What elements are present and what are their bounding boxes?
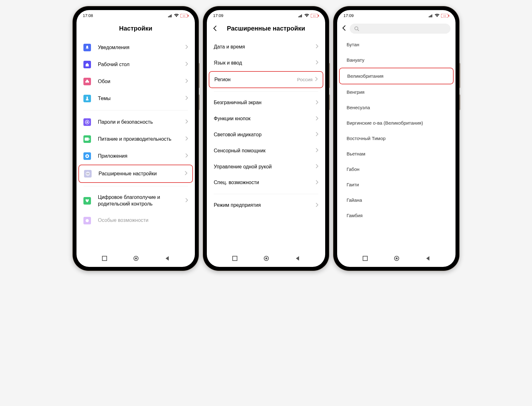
region-list[interactable]: БутанВануатуВеликобританияВенгрияВенесуэ… — [337, 37, 456, 251]
settings-row[interactable]: Сенсорный помощник — [209, 143, 323, 159]
svg-point-21 — [88, 173, 89, 174]
status-time: 17:09 — [213, 13, 224, 18]
status-bar: 17:09 11 — [337, 10, 456, 19]
settings-row[interactable]: Пароли и безопасность — [78, 114, 193, 131]
wifi-icon — [435, 14, 439, 17]
region-item[interactable]: Вьетнам — [339, 146, 454, 161]
svg-text:11: 11 — [183, 14, 185, 17]
settings-row[interactable]: Рабочий стол — [78, 56, 193, 73]
svg-point-20 — [88, 173, 88, 174]
settings-row[interactable]: Обои — [78, 73, 193, 90]
settings-row[interactable]: Безграничный экран — [209, 95, 323, 111]
settings-row[interactable]: Спец. возможности — [209, 175, 323, 191]
battery-icon: 11 — [441, 14, 449, 18]
row-label: Приложения — [98, 153, 185, 160]
svg-rect-37 — [430, 16, 430, 17]
svg-text:11: 11 — [313, 14, 316, 17]
nav-back-icon[interactable] — [165, 256, 169, 261]
settings-row[interactable]: Режим предприятия — [209, 197, 323, 213]
battery-icon: 11 — [311, 14, 319, 18]
row-label: Язык и ввод — [214, 60, 316, 66]
nav-recent-icon[interactable] — [363, 256, 368, 261]
region-item[interactable]: Гамбия — [339, 208, 454, 223]
row-label: Управление одной рукой — [214, 164, 316, 170]
settings-row[interactable]: Световой индикатор — [209, 127, 323, 143]
divider — [83, 110, 188, 110]
nav-home-icon[interactable] — [133, 256, 139, 261]
gear-icon — [83, 152, 91, 160]
svg-rect-29 — [301, 14, 302, 17]
svg-point-22 — [86, 219, 89, 222]
chevron-right-icon — [315, 77, 318, 82]
status-icons: 11 — [168, 14, 189, 18]
region-item[interactable]: Виргинские о-ва (Великобритания) — [339, 115, 454, 131]
settings-row[interactable]: Приложения — [78, 148, 193, 165]
status-icons: 11 — [429, 14, 449, 18]
settings-row[interactable]: Расширенные настройки — [78, 165, 193, 183]
phone-frame-1: 17:08 11 Настройки УведомленияРабочий ст… — [73, 6, 199, 271]
settings-row[interactable]: Язык и ввод — [209, 55, 323, 71]
settings-row[interactable]: Дата и время — [209, 39, 323, 55]
dots-icon — [84, 170, 92, 178]
settings-row[interactable]: Уведомления — [78, 39, 193, 56]
header: Расширенные настройки — [207, 19, 325, 39]
heart-icon — [83, 197, 91, 205]
back-button[interactable] — [213, 25, 217, 33]
region-item[interactable]: Великобритания — [339, 68, 454, 84]
svg-line-44 — [358, 30, 359, 31]
chevron-right-icon — [316, 203, 318, 208]
accessibility-icon — [83, 217, 91, 224]
advanced-list[interactable]: Дата и времяЯзык и вводРегионРоссия Безг… — [207, 39, 325, 251]
svg-rect-15 — [89, 138, 90, 140]
battery-icon — [83, 135, 91, 143]
row-label: Цифровое благополучие и родительский кон… — [98, 194, 185, 207]
chevron-right-icon — [185, 45, 188, 50]
region-item[interactable]: Венесуэла — [339, 100, 454, 115]
nav-home-icon[interactable] — [263, 256, 269, 261]
settings-row[interactable]: Питание и производительность — [78, 131, 193, 148]
search-input[interactable] — [350, 24, 450, 34]
nav-back-icon[interactable] — [295, 256, 300, 261]
region-item[interactable]: Бутан — [339, 37, 454, 52]
svg-rect-2 — [170, 15, 171, 17]
region-item[interactable]: Габон — [339, 161, 454, 177]
region-item[interactable]: Восточный Тимор — [339, 131, 454, 146]
nav-recent-icon[interactable] — [232, 256, 237, 261]
region-item[interactable]: Гайана — [339, 192, 454, 208]
svg-rect-1 — [169, 16, 170, 17]
chevron-right-icon — [316, 100, 318, 106]
svg-rect-31 — [318, 15, 319, 17]
settings-row[interactable]: Управление одной рукой — [209, 159, 323, 175]
settings-row[interactable]: Цифровое благополучие и родительский кон… — [78, 189, 193, 212]
svg-rect-45 — [363, 256, 367, 261]
region-item[interactable]: Вануату — [339, 52, 454, 68]
screen-1: 17:08 11 Настройки УведомленияРабочий ст… — [76, 10, 195, 267]
chevron-right-icon — [316, 180, 318, 186]
region-item[interactable]: Гаити — [339, 177, 454, 192]
svg-rect-23 — [102, 256, 107, 261]
chevron-right-icon — [316, 44, 318, 50]
settings-row[interactable]: РегионРоссия — [209, 71, 323, 88]
signal-icon — [298, 14, 303, 17]
chevron-right-icon — [185, 153, 188, 159]
svg-point-43 — [355, 27, 358, 30]
back-button[interactable] — [342, 25, 346, 32]
row-label: Рабочий стол — [98, 61, 185, 68]
svg-rect-33 — [233, 256, 237, 261]
settings-list[interactable]: УведомленияРабочий столОбоиТемы Пароли и… — [76, 39, 195, 251]
status-time: 17:08 — [83, 13, 93, 18]
region-item[interactable]: Венгрия — [339, 84, 454, 100]
settings-row[interactable]: Темы — [78, 90, 193, 107]
svg-point-8 — [85, 81, 87, 83]
nav-home-icon[interactable] — [394, 256, 399, 261]
status-time: 17:09 — [343, 13, 354, 18]
signal-icon — [168, 14, 173, 17]
chevron-right-icon — [185, 119, 188, 125]
shield-icon — [83, 118, 91, 126]
row-label: Спец. возможности — [214, 179, 316, 186]
settings-row-cut: Особые возможности — [78, 212, 193, 229]
search-icon — [354, 26, 359, 31]
nav-back-icon[interactable] — [426, 256, 430, 261]
nav-recent-icon[interactable] — [102, 256, 107, 261]
settings-row[interactable]: Функции кнопок — [209, 111, 323, 127]
